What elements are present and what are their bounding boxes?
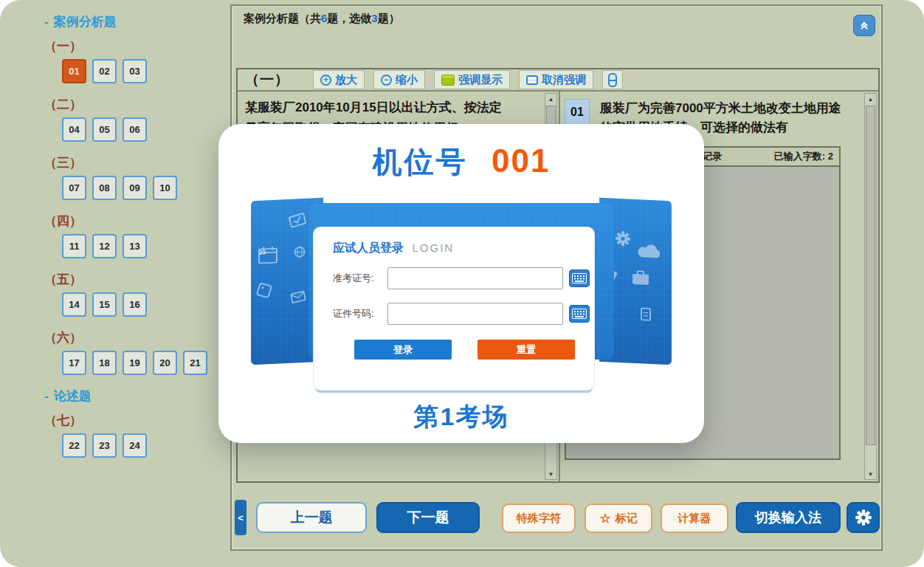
question-button-11[interactable]: 11 — [62, 234, 86, 258]
exam-app-window: - 案例分析题 （一） 01 02 03 （二） 04 05 06 （三） 07… — [0, 0, 924, 567]
ticket-number-input[interactable] — [387, 267, 563, 289]
collapse-panel-button[interactable] — [853, 15, 875, 36]
virtual-keyboard-button[interactable] — [569, 269, 590, 287]
zoom-out-icon: − — [381, 75, 392, 86]
document-icon — [641, 307, 651, 321]
question-button-14[interactable]: 14 — [62, 292, 86, 317]
special-characters-button[interactable]: 特殊字符 — [502, 504, 576, 533]
question-button-row: 01 02 03 — [62, 59, 230, 83]
sub-question-number-badge: 01 — [565, 99, 590, 126]
title-count-choose: 3 — [371, 12, 377, 24]
envelope-icon — [290, 290, 306, 304]
ticket-number-row: 准考证号: — [333, 267, 590, 289]
settings-button[interactable] — [847, 502, 880, 533]
question-button-16[interactable]: 16 — [123, 292, 147, 317]
highlighter-icon — [441, 75, 455, 86]
zoom-out-label: 缩小 — [396, 73, 418, 87]
highlight-label: 强调显示 — [458, 73, 503, 87]
question-button-03[interactable]: 03 — [123, 59, 147, 83]
question-button-02[interactable]: 02 — [92, 59, 117, 83]
sidebar-group-essay[interactable]: - 论述题 — [44, 388, 230, 405]
switch-ime-button[interactable]: 切换输入法 — [736, 502, 841, 533]
login-modal: 机位号 001 23 — [218, 124, 704, 443]
sidebar-group-label: 案例分析题 — [54, 13, 117, 30]
gear-icon — [614, 230, 632, 248]
scroll-down-arrow-icon[interactable]: ▼ — [865, 469, 876, 479]
title-text: 案例分析题（共 — [244, 12, 321, 24]
scroll-up-arrow-icon[interactable]: ▲ — [545, 94, 556, 104]
calendar-day-label: 23 — [259, 249, 266, 255]
question-button-row: 14 15 16 — [62, 292, 230, 317]
tag-icon — [255, 281, 273, 300]
question-button-04[interactable]: 04 — [62, 117, 86, 142]
question-button-row: 17 18 19 20 21 — [62, 351, 230, 375]
question-button-20[interactable]: 20 — [153, 351, 177, 375]
collapse-dash-icon: - — [44, 15, 49, 30]
question-button-08[interactable]: 08 — [92, 176, 117, 200]
login-button[interactable]: 登录 — [354, 340, 452, 360]
question-button-13[interactable]: 13 — [123, 234, 147, 258]
sidebar-group-case-analysis[interactable]: - 案例分析题 — [44, 13, 230, 30]
id-number-input[interactable] — [387, 303, 563, 325]
seat-number-row: 机位号 001 — [218, 142, 704, 182]
keyboard-icon — [572, 273, 587, 284]
seat-number: 001 — [492, 142, 550, 179]
sub-question-scrollbar[interactable]: ▲ ▼ — [864, 93, 877, 480]
question-button-15[interactable]: 15 — [92, 292, 117, 317]
section-label-1: （一） — [44, 38, 230, 55]
collapse-dash-icon: - — [44, 389, 49, 404]
question-button-19[interactable]: 19 — [123, 351, 147, 375]
briefcase-icon — [632, 270, 649, 286]
question-button-05[interactable]: 05 — [92, 117, 117, 142]
mark-question-button[interactable]: ☆ 标记 — [585, 504, 652, 533]
question-button-row: 11 12 13 — [62, 234, 230, 258]
section-label-5: （五） — [44, 271, 230, 289]
virtual-keyboard-button[interactable] — [569, 305, 590, 323]
zoom-in-button[interactable]: + 放大 — [313, 70, 365, 89]
question-button-09[interactable]: 09 — [123, 176, 147, 200]
question-button-24[interactable]: 24 — [123, 433, 147, 458]
title-text: 题） — [378, 12, 400, 24]
question-button-22[interactable]: 22 — [62, 433, 86, 458]
scroll-down-arrow-icon[interactable]: ▼ — [545, 469, 556, 479]
question-button-row: 22 23 24 — [62, 433, 230, 458]
globe-icon — [294, 246, 306, 258]
ticket-number-label: 准考证号: — [333, 272, 387, 285]
star-icon: ☆ — [599, 512, 610, 525]
cancel-highlight-label: 取消强调 — [542, 73, 586, 87]
clipboard-icon — [288, 212, 307, 230]
scrollbar-thumb[interactable] — [866, 106, 875, 445]
chevrons-up-icon — [858, 20, 870, 32]
current-section-label: （一） — [245, 70, 289, 89]
highlight-button[interactable]: 强调显示 — [434, 70, 510, 89]
cancel-highlighter-icon — [526, 75, 538, 85]
question-button-06[interactable]: 06 — [123, 117, 147, 142]
section-label-3: （三） — [44, 154, 230, 172]
cancel-highlight-button[interactable]: 取消强调 — [519, 70, 593, 89]
scroll-up-arrow-icon[interactable]: ▲ — [865, 94, 876, 104]
question-button-21[interactable]: 21 — [183, 351, 207, 375]
question-button-07[interactable]: 07 — [62, 176, 86, 200]
question-button-01[interactable]: 01 — [62, 59, 86, 83]
question-button-18[interactable]: 18 — [92, 351, 117, 375]
zoom-out-button[interactable]: − 缩小 — [373, 70, 425, 89]
section-label-4: （四） — [44, 213, 230, 230]
question-button-12[interactable]: 12 — [92, 234, 117, 258]
reset-button[interactable]: 重置 — [477, 340, 575, 360]
gear-icon — [854, 508, 873, 527]
mark-label: 标记 — [616, 512, 638, 526]
section-label-6: （六） — [44, 329, 230, 347]
question-button-10[interactable]: 10 — [153, 176, 177, 200]
split-view-icon — [608, 73, 617, 87]
calculator-button[interactable]: 计算器 — [661, 504, 728, 533]
id-number-label: 证件号码: — [333, 307, 387, 320]
next-question-button[interactable]: 下一题 — [376, 502, 480, 533]
question-button-row: 04 05 06 — [62, 117, 230, 142]
login-card: 应试人员登录 LOGIN 准考证号: — [314, 227, 594, 390]
split-view-button[interactable] — [602, 70, 623, 89]
question-button-17[interactable]: 17 — [62, 351, 86, 375]
previous-question-button[interactable]: 上一题 — [256, 502, 367, 533]
question-button-23[interactable]: 23 — [92, 433, 117, 458]
collapse-sidebar-tab[interactable]: < — [235, 500, 246, 535]
sidebar-group-label: 论述题 — [54, 388, 92, 405]
